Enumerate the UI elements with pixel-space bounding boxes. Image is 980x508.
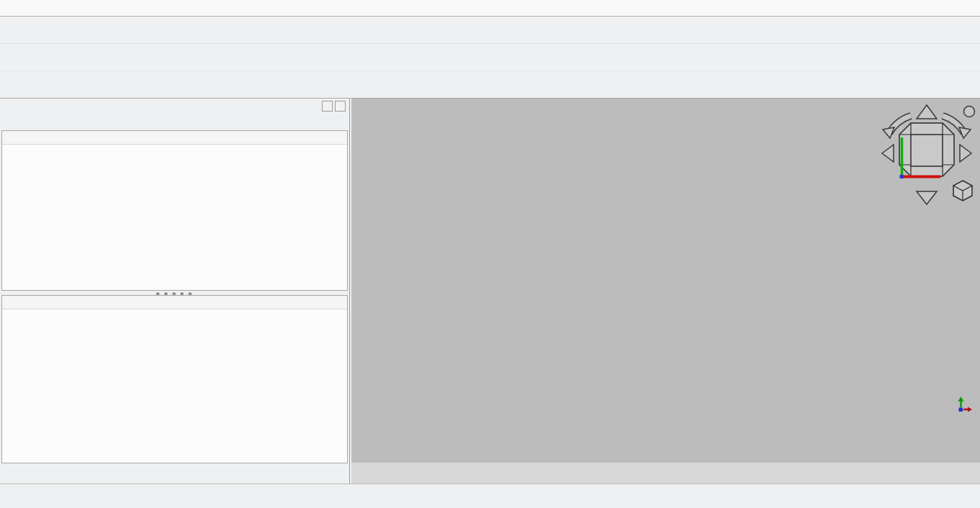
statusbar [0, 484, 980, 508]
navcube-top-face[interactable] [899, 123, 954, 176]
navcube-blue-corner [900, 175, 904, 178]
model-tree [1, 130, 348, 291]
navcube-right-arrow[interactable] [960, 145, 971, 162]
property-header [2, 296, 347, 309]
combo-view-tabs [0, 113, 349, 130]
navigation-cube[interactable] [878, 101, 976, 209]
navcube-roll-circle[interactable] [964, 106, 975, 117]
toolbar-row-3 [0, 71, 980, 99]
close-panel-icon[interactable] [335, 101, 346, 112]
tree-header [2, 131, 347, 145]
property-editor-body [2, 309, 347, 463]
combo-view-panel: ● ● ● ● ● [0, 99, 350, 484]
3d-viewport[interactable] [351, 99, 980, 462]
freecad-window: ● ● ● ● ● [0, 0, 980, 508]
toolbar-row-2 [0, 44, 980, 71]
axis-indicator [944, 387, 979, 422]
navcube-up-arrow[interactable] [917, 105, 937, 119]
toolbar-row-1 [0, 17, 980, 44]
combo-view-titlebar [0, 99, 349, 113]
tree-rows [2, 145, 347, 145]
navcube-left-arrow[interactable] [882, 145, 894, 162]
menubar [0, 0, 980, 17]
navcube-down-arrow[interactable] [917, 191, 937, 204]
viewport-column [350, 99, 980, 484]
property-editor-tabs [0, 463, 349, 484]
main-area: ● ● ● ● ● [0, 99, 980, 484]
document-tab-bar [351, 462, 980, 484]
property-editor [1, 295, 348, 463]
navcube-mini-cube[interactable] [953, 181, 972, 201]
float-panel-icon[interactable] [322, 101, 333, 112]
